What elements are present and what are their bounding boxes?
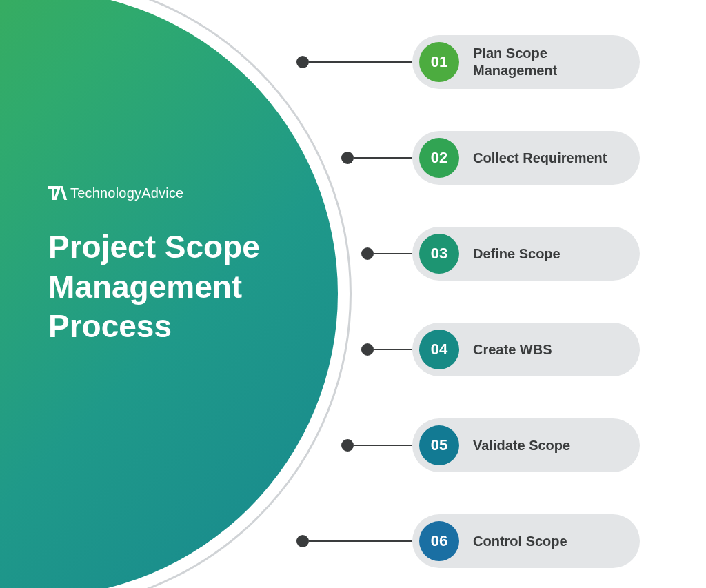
step-pill: 01 Plan Scope Management (412, 35, 640, 89)
arc-dot-icon (296, 535, 309, 547)
connector-line (309, 61, 412, 63)
step-label: Validate Scope (473, 437, 570, 454)
step-label: Create WBS (473, 341, 552, 358)
step-number-badge: 03 (419, 234, 459, 274)
step-6: 06 Control Scope (296, 514, 640, 568)
connector-line (354, 157, 412, 159)
arc-dot-icon (361, 343, 374, 356)
steps-container: 01 Plan Scope Management 02 Collect Requ… (0, 0, 706, 588)
arc-dot-icon (341, 152, 354, 164)
arc-dot-icon (296, 56, 309, 68)
step-pill: 02 Collect Requirement (412, 131, 640, 185)
arc-dot-icon (361, 247, 374, 260)
arc-dot-icon (341, 439, 354, 452)
step-pill: 06 Control Scope (412, 514, 640, 568)
step-label: Define Scope (473, 245, 561, 263)
step-number-badge: 04 (419, 330, 459, 369)
step-number-badge: 06 (419, 521, 459, 561)
step-number-badge: 05 (419, 425, 459, 465)
step-label: Plan Scope Management (473, 45, 618, 79)
connector-line (374, 349, 412, 351)
step-5: 05 Validate Scope (341, 418, 640, 472)
step-label: Collect Requirement (473, 150, 607, 167)
connector-line (354, 445, 412, 447)
step-pill: 04 Create WBS (412, 323, 640, 376)
step-number-badge: 01 (419, 42, 459, 82)
step-1: 01 Plan Scope Management (296, 35, 640, 89)
step-pill: 03 Define Scope (412, 227, 640, 281)
step-2: 02 Collect Requirement (341, 131, 640, 185)
step-pill: 05 Validate Scope (412, 418, 640, 472)
connector-line (309, 540, 412, 543)
step-4: 04 Create WBS (361, 323, 640, 376)
step-3: 03 Define Scope (361, 227, 640, 281)
connector-line (374, 253, 412, 255)
step-number-badge: 02 (419, 138, 459, 178)
diagram-canvas: TechnologyAdvice Project Scope Managemen… (0, 0, 706, 588)
step-label: Control Scope (473, 533, 567, 550)
